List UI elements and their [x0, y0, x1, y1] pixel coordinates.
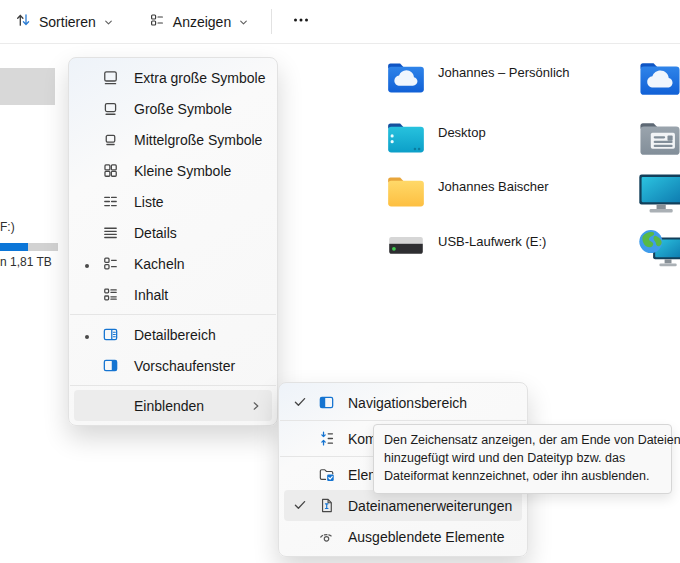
file-tile[interactable]: USB-Laufwerk (E:) — [385, 226, 546, 268]
menu-item-label: Kleine Symbole — [134, 163, 231, 179]
network-icon[interactable] — [637, 226, 680, 272]
menu-item-preview-pane[interactable]: Vorschaufenster — [74, 350, 272, 381]
submenu-item-hidden-items[interactable]: Ausgeblendete Elemente — [284, 521, 522, 552]
submenu-item-file-extensions[interactable]: Dateinamenerweiterungen — [284, 490, 522, 521]
file-tile[interactable]: Johannes – Persönlich — [385, 57, 570, 99]
drive-capacity-bar-fill — [0, 243, 28, 251]
this-pc-icon[interactable] — [637, 170, 680, 216]
more-ellipsis-icon — [292, 12, 310, 32]
large-icons-icon — [100, 100, 120, 117]
menu-item-label: Mittelgroße Symbole — [134, 132, 262, 148]
menu-item-show[interactable]: Einblenden — [74, 390, 272, 421]
submenu-item-label: Ausgeblendete Elemente — [348, 529, 504, 545]
tooltip-line: Den Zeichensatz anzeigen, der am Ende vo… — [384, 432, 661, 450]
drive-capacity-bar — [0, 243, 58, 251]
submenu-chevron-icon — [251, 400, 261, 412]
checkmark-icon — [293, 497, 307, 515]
menu-item-small-icons[interactable]: Kleine Symbole — [74, 155, 272, 186]
view-dropdown-menu: Extra große Symbole Große Symbole Mittel… — [68, 57, 278, 426]
onedrive-folder-icon[interactable] — [637, 56, 680, 102]
menu-item-label: Große Symbole — [134, 101, 232, 117]
chevron-down-icon — [239, 14, 248, 30]
file-tile-label: Johannes Baischer — [438, 179, 549, 213]
menu-item-medium-icons[interactable]: Mittelgroße Symbole — [74, 124, 272, 155]
menu-item-details-pane[interactable]: Detailbereich — [74, 319, 272, 350]
menu-item-label: Detailbereich — [134, 327, 216, 343]
file-extensions-icon — [316, 497, 336, 514]
details-view-icon — [100, 224, 120, 241]
file-explorer-window: { "toolbar": { "sort_label": "Sortieren"… — [0, 0, 680, 563]
menu-separator — [280, 420, 526, 421]
drive-free-space-fragment: n 1,81 TB — [0, 255, 52, 269]
menu-item-label: Extra große Symbole — [134, 70, 266, 86]
command-bar: Sortieren Anzeigen — [0, 0, 680, 44]
details-pane-icon — [100, 326, 120, 343]
compact-view-icon — [316, 430, 336, 447]
view-button[interactable]: Anzeigen — [140, 7, 257, 36]
file-tile[interactable]: Desktop — [385, 117, 486, 159]
more-options-button[interactable] — [282, 6, 320, 38]
desktop-folder-icon — [385, 117, 427, 159]
submenu-item-navigation-pane[interactable]: Navigationsbereich — [284, 387, 522, 418]
menu-item-label: Liste — [134, 194, 164, 210]
sort-button-label: Sortieren — [39, 14, 96, 30]
menu-item-tiles[interactable]: Kacheln — [74, 248, 272, 279]
extra-large-icons-icon — [100, 69, 120, 86]
sort-button[interactable]: Sortieren — [6, 7, 122, 36]
item-checkboxes-icon — [316, 466, 336, 483]
menu-item-extra-large-icons[interactable]: Extra große Symbole — [74, 62, 272, 93]
file-extensions-tooltip: Den Zeichensatz anzeigen, der am Ende vo… — [373, 424, 672, 494]
medium-icons-icon — [100, 131, 120, 148]
menu-item-label: Kacheln — [134, 256, 185, 272]
view-button-label: Anzeigen — [173, 14, 231, 30]
preview-pane-icon — [100, 357, 120, 374]
menu-item-list[interactable]: Liste — [74, 186, 272, 217]
list-view-icon — [100, 193, 120, 210]
chevron-down-icon — [104, 14, 113, 30]
tiles-view-icon — [100, 255, 120, 272]
submenu-item-label: Navigationsbereich — [348, 395, 467, 411]
checkmark-icon — [293, 394, 307, 412]
view-layout-icon — [149, 12, 165, 31]
hidden-items-icon — [316, 528, 336, 545]
small-icons-icon — [100, 162, 120, 179]
file-tile[interactable]: Johannes Baischer — [385, 171, 549, 213]
content-view-icon — [100, 286, 120, 303]
menu-item-content[interactable]: Inhalt — [74, 279, 272, 310]
menu-item-large-icons[interactable]: Große Symbole — [74, 93, 272, 124]
sort-arrows-icon — [15, 12, 31, 31]
menu-item-label: Vorschaufenster — [134, 358, 235, 374]
toolbar-divider — [271, 9, 272, 34]
menu-item-label: Details — [134, 225, 177, 241]
menu-item-label: Inhalt — [134, 287, 168, 303]
menu-separator — [70, 385, 276, 386]
tooltip-line: hinzugefügt wird und den Dateityp bzw. d… — [384, 450, 661, 468]
usb-drive-icon — [385, 226, 427, 268]
onedrive-folder-icon — [385, 57, 427, 99]
menu-item-details[interactable]: Details — [74, 217, 272, 248]
file-tile-label: Johannes – Persönlich — [438, 65, 570, 99]
partially-covered-selected-tile — [0, 68, 55, 105]
submenu-item-label: Dateinamenerweiterungen — [348, 498, 512, 514]
documents-folder-icon[interactable] — [637, 116, 680, 162]
file-tile-label: Desktop — [438, 125, 486, 159]
file-tile-label: USB-Laufwerk (E:) — [438, 234, 546, 268]
navigation-pane-icon — [316, 394, 336, 411]
menu-separator — [70, 314, 276, 315]
drive-name-fragment: F:) — [0, 220, 15, 234]
selected-bullet-icon — [84, 255, 90, 273]
folder-icon — [385, 171, 427, 213]
selected-bullet-icon — [84, 326, 90, 344]
tooltip-line: Dateiformat kennzeichnet, oder ihn ausbl… — [384, 468, 661, 486]
menu-item-label: Einblenden — [134, 398, 204, 414]
